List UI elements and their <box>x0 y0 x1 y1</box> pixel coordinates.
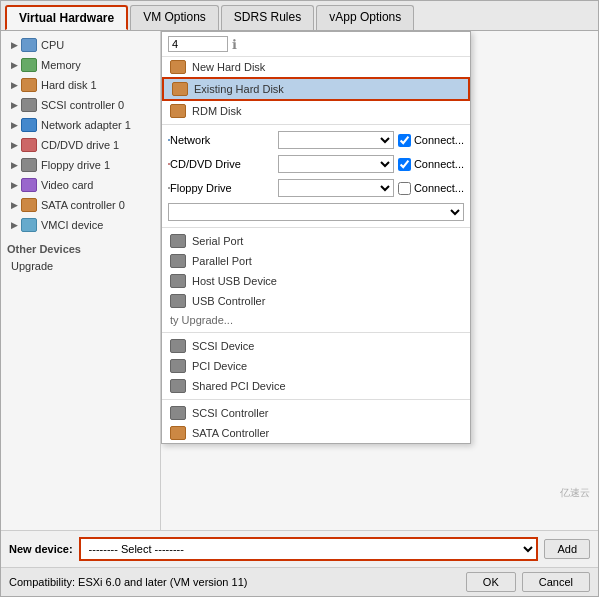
sata-icon <box>21 198 37 212</box>
arrow-icon: ▶ <box>11 80 18 90</box>
shared-pci-icon <box>170 379 186 393</box>
menu-item-usb-controller[interactable]: USB Controller <box>162 291 470 311</box>
sidebar-item-network-adapter[interactable]: ▶ Network adapter 1 <box>1 115 160 135</box>
host-usb-icon <box>170 274 186 288</box>
sidebar-item-video[interactable]: ▶ Video card <box>1 175 160 195</box>
cddvd-label: CD/DVD Drive <box>170 158 278 170</box>
scsi-device-label: SCSI Device <box>192 340 254 352</box>
cddvd-row: CD/DVD Drive Connect... <box>162 152 470 176</box>
menu-item-serial-port[interactable]: Serial Port <box>162 231 470 251</box>
menu-item-scsi-device[interactable]: SCSI Device <box>162 336 470 356</box>
bottom-bar: New device: -------- Select -------- Add <box>1 530 598 567</box>
ok-button[interactable]: OK <box>466 572 516 592</box>
sidebar-item-cpu[interactable]: ▶ CPU <box>1 35 160 55</box>
floppy-icon <box>21 158 37 172</box>
sidebar-floppy-label: Floppy drive 1 <box>41 159 110 171</box>
section-divider-2 <box>162 227 470 228</box>
watermark: 亿速云 <box>560 486 590 500</box>
host-usb-label: Host USB Device <box>192 275 277 287</box>
menu-item-sata-controller[interactable]: SATA Controller <box>162 423 470 443</box>
network-row: Network Connect... <box>162 128 470 152</box>
hard-disk-icon <box>170 60 186 74</box>
sidebar-item-floppy[interactable]: ▶ Floppy drive 1 <box>1 155 160 175</box>
cancel-button[interactable]: Cancel <box>522 572 590 592</box>
serial-port-icon <box>170 234 186 248</box>
extra-select[interactable] <box>168 203 464 221</box>
sidebar-item-sata[interactable]: ▶ SATA controller 0 <box>1 195 160 215</box>
upgrade-item: ty Upgrade... <box>162 311 470 329</box>
menu-item-parallel-port[interactable]: Parallel Port <box>162 251 470 271</box>
network-select[interactable] <box>278 131 394 149</box>
menu-existing-hard-disk-label: Existing Hard Disk <box>194 83 284 95</box>
scsi-controller-icon <box>170 406 186 420</box>
sidebar-harddisk-label: Hard disk 1 <box>41 79 97 91</box>
arrow-icon: ▶ <box>11 220 18 230</box>
tab-virtual-hardware[interactable]: Virtual Hardware <box>5 5 128 30</box>
compat-bar: Compatibility: ESXi 6.0 and later (VM ve… <box>1 567 598 596</box>
sidebar-item-upgrade[interactable]: Upgrade <box>1 257 160 275</box>
extra-row <box>162 200 470 224</box>
floppy-select[interactable] <box>278 179 394 197</box>
menu-rdm-disk-label: RDM Disk <box>192 105 242 117</box>
serial-port-label: Serial Port <box>192 235 243 247</box>
menu-item-pci-device[interactable]: PCI Device <box>162 356 470 376</box>
sidebar-network-label: Network adapter 1 <box>41 119 131 131</box>
sidebar-item-memory[interactable]: ▶ Memory <box>1 55 160 75</box>
vmci-icon <box>21 218 37 232</box>
right-panel: 4 ℹ New Hard Disk Existing Hard Disk RDM… <box>161 31 598 530</box>
scsi-controller-label: SCSI Controller <box>192 407 268 419</box>
sidebar-item-cddvd[interactable]: ▶ CD/DVD drive 1 <box>1 135 160 155</box>
pci-device-label: PCI Device <box>192 360 247 372</box>
harddisk-icon <box>21 78 37 92</box>
cpu-row: 4 ℹ <box>162 32 470 57</box>
menu-item-host-usb[interactable]: Host USB Device <box>162 271 470 291</box>
add-button[interactable]: Add <box>544 539 590 559</box>
section-divider-1 <box>162 124 470 125</box>
sidebar-cpu-label: CPU <box>41 39 64 51</box>
menu-item-shared-pci[interactable]: Shared PCI Device <box>162 376 470 396</box>
arrow-icon: ▶ <box>11 180 18 190</box>
menu-item-new-hard-disk[interactable]: New Hard Disk <box>162 57 470 77</box>
cddvd-connect-checkbox[interactable] <box>398 158 411 171</box>
menu-item-rdm-disk[interactable]: RDM Disk <box>162 101 470 121</box>
sidebar-cddvd-label: CD/DVD drive 1 <box>41 139 119 151</box>
memory-icon <box>21 58 37 72</box>
sidebar-item-harddisk[interactable]: ▶ Hard disk 1 <box>1 75 160 95</box>
sidebar-item-scsi[interactable]: ▶ SCSI controller 0 <box>1 95 160 115</box>
cpu-info-icon: ℹ <box>232 37 237 52</box>
floppy-connect-label: Connect... <box>398 182 464 195</box>
scsi-device-icon <box>170 339 186 353</box>
arrow-icon: ▶ <box>11 100 18 110</box>
sidebar: ▶ CPU ▶ Memory ▶ Hard disk 1 ▶ SCSI cont… <box>1 31 161 530</box>
tab-sdrs-rules[interactable]: SDRS Rules <box>221 5 314 30</box>
network-label: Network <box>170 134 278 146</box>
sidebar-vmci-label: VMCI device <box>41 219 103 231</box>
tab-vm-options[interactable]: VM Options <box>130 5 219 30</box>
tab-bar: Virtual Hardware VM Options SDRS Rules v… <box>1 1 598 31</box>
tab-vapp-options[interactable]: vApp Options <box>316 5 414 30</box>
cddvd-icon <box>21 138 37 152</box>
cddvd-select[interactable] <box>278 155 394 173</box>
usb-controller-icon <box>170 294 186 308</box>
section-divider-4 <box>162 399 470 400</box>
menu-item-scsi-controller[interactable]: SCSI Controller <box>162 403 470 423</box>
sidebar-upgrade-label: Upgrade <box>11 260 53 272</box>
parallel-port-icon <box>170 254 186 268</box>
sidebar-memory-label: Memory <box>41 59 81 71</box>
sata-controller-label: SATA Controller <box>192 427 269 439</box>
new-device-select[interactable]: -------- Select -------- <box>79 537 539 561</box>
pci-device-icon <box>170 359 186 373</box>
cddvd-connect-label: Connect... <box>398 158 464 171</box>
cpu-count-input[interactable]: 4 <box>168 36 228 52</box>
other-devices-header: Other Devices <box>1 239 160 257</box>
rdm-disk-icon <box>170 104 186 118</box>
menu-item-existing-hard-disk[interactable]: Existing Hard Disk <box>162 77 470 101</box>
network-connect-label: Connect... <box>398 134 464 147</box>
video-icon <box>21 178 37 192</box>
floppy-connect-checkbox[interactable] <box>398 182 411 195</box>
arrow-icon: ▶ <box>11 120 18 130</box>
network-connect-checkbox[interactable] <box>398 134 411 147</box>
sidebar-item-vmci[interactable]: ▶ VMCI device <box>1 215 160 235</box>
arrow-icon: ▶ <box>11 160 18 170</box>
upgrade-text: ty Upgrade... <box>170 314 233 326</box>
